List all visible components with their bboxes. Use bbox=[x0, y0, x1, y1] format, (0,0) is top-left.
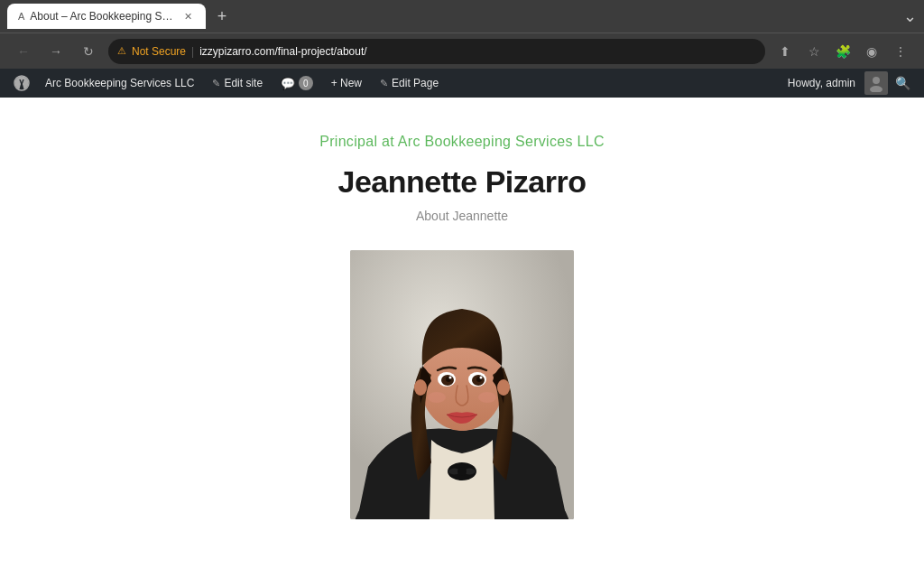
svg-point-1 bbox=[873, 77, 880, 84]
new-tab-button[interactable]: + bbox=[209, 4, 235, 29]
comments-count: 0 bbox=[299, 76, 313, 90]
extensions-button[interactable]: 🧩 bbox=[830, 39, 855, 64]
more-options-button[interactable]: ⋮ bbox=[888, 39, 913, 64]
person-name: Jeannette Pizarro bbox=[338, 164, 587, 200]
svg-point-18 bbox=[428, 392, 446, 403]
search-button[interactable]: 🔍 bbox=[888, 69, 917, 98]
wp-comments[interactable]: 💬 0 bbox=[272, 69, 322, 98]
wp-edit-site[interactable]: ✎ Edit site bbox=[203, 69, 272, 98]
edit-page-label: Edit Page bbox=[392, 77, 439, 89]
wp-logo[interactable] bbox=[7, 69, 36, 98]
edit-page-icon: ✎ bbox=[380, 78, 388, 89]
about-subtitle: About Jeannette bbox=[416, 209, 508, 223]
howdy-text: Howdy, admin bbox=[779, 77, 864, 89]
svg-point-9 bbox=[497, 379, 510, 396]
edit-site-icon: ✎ bbox=[212, 78, 220, 89]
principal-title: Principal at Arc Bookkeeping Services LL… bbox=[319, 134, 605, 150]
svg-point-6 bbox=[457, 467, 467, 476]
share-button[interactable]: ⬆ bbox=[772, 39, 798, 64]
security-label: Not Secure bbox=[132, 45, 186, 58]
security-icon: ⚠ bbox=[117, 45, 126, 57]
url-text: izzypizarro.com/final-project/about/ bbox=[199, 45, 756, 58]
svg-point-17 bbox=[480, 377, 483, 379]
wp-admin-right: Howdy, admin 🔍 bbox=[779, 69, 917, 98]
back-button[interactable]: ← bbox=[11, 39, 36, 64]
site-name-text: Arc Bookkeeping Services LLC bbox=[45, 77, 194, 89]
svg-point-19 bbox=[478, 392, 496, 403]
wp-admin-bar: Arc Bookkeeping Services LLC ✎ Edit site… bbox=[0, 69, 924, 98]
profile-button[interactable]: ◉ bbox=[859, 39, 884, 64]
page-content: Principal at Arc Bookkeeping Services LL… bbox=[0, 98, 924, 578]
url-separator: | bbox=[191, 45, 194, 58]
wp-new[interactable]: + New bbox=[322, 69, 371, 98]
edit-site-label: Edit site bbox=[224, 77, 263, 89]
tab-favicon: A bbox=[18, 11, 24, 22]
tab-close-button[interactable]: ✕ bbox=[180, 9, 195, 23]
wp-edit-page[interactable]: ✎ Edit Page bbox=[371, 69, 448, 98]
svg-point-8 bbox=[414, 379, 427, 396]
svg-point-2 bbox=[870, 86, 882, 92]
profile-photo bbox=[350, 250, 574, 519]
forward-button[interactable]: → bbox=[43, 39, 69, 64]
browser-tab[interactable]: A About – Arc Bookkeeping Serv… ✕ bbox=[7, 4, 206, 29]
svg-point-16 bbox=[449, 377, 452, 379]
tab-title: About – Arc Bookkeeping Serv… bbox=[30, 10, 175, 23]
bookmark-button[interactable]: ☆ bbox=[801, 39, 827, 64]
address-bar[interactable]: ⚠ Not Secure | izzypizarro.com/final-pro… bbox=[108, 39, 765, 64]
reload-button[interactable]: ↻ bbox=[76, 39, 101, 64]
comments-icon: 💬 bbox=[281, 77, 295, 90]
wp-site-name[interactable]: Arc Bookkeeping Services LLC bbox=[36, 69, 203, 98]
tab-bar-options[interactable]: ⌄ bbox=[903, 6, 917, 26]
admin-avatar[interactable] bbox=[864, 71, 888, 95]
new-label: + New bbox=[331, 77, 362, 89]
